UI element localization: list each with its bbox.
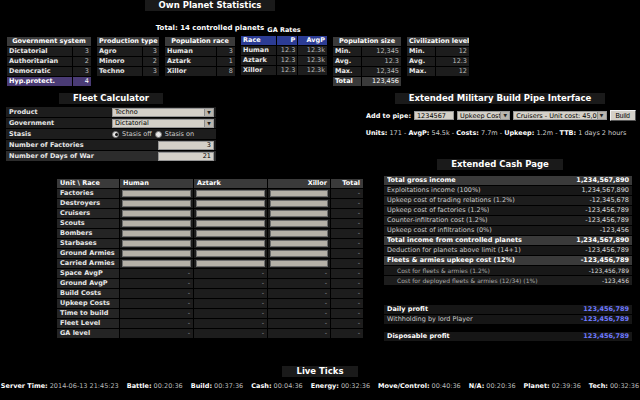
unit-label: Starbases	[57, 239, 119, 248]
pipe-quantity-input[interactable]	[414, 111, 454, 120]
result-total: -	[331, 269, 363, 278]
fleet-unit-input-human[interactable]	[122, 220, 191, 227]
row-total: -	[331, 199, 363, 208]
cash-label: Fleets & armies upkeep cost (12%)	[387, 256, 515, 265]
fleet-unit-input-xillor[interactable]	[270, 240, 328, 247]
fleet-unit-input-aztark[interactable]	[196, 210, 265, 217]
fleet-unit-row: Cruisers -	[57, 209, 363, 218]
table-row: Techno3	[97, 67, 159, 76]
cash-row: Fleets & armies upkeep cost (12%)-123,45…	[384, 256, 632, 265]
daily-profit-row: Daily profit123,456,789	[384, 305, 632, 314]
fleet-unit-input-aztark[interactable]	[196, 230, 265, 237]
pipe-unit-select[interactable]: Cruisers - Unit cost: 45,000 ▼	[513, 111, 606, 120]
tick-label: Move/Control:	[378, 382, 429, 390]
cash-page-title: Extended Cash Page	[368, 159, 632, 170]
fleet-unit-row: Ground Armies -	[57, 249, 363, 258]
population-size-table: Population size Min.12,345 Avg.12.3 Max.…	[332, 36, 402, 87]
table-row: Agro3	[97, 47, 159, 56]
chevron-down-icon: ▼	[204, 109, 213, 116]
fleet-unit-input-aztark[interactable]	[196, 260, 265, 267]
factories-row: Number of Factories	[6, 140, 216, 150]
own-planet-statistics-title: Own Planet Statistics	[0, 0, 420, 11]
input-cell	[120, 249, 193, 258]
col-aztark: Aztark	[194, 179, 267, 188]
fleet-unit-input-xillor[interactable]	[270, 190, 328, 197]
fleet-unit-input-human[interactable]	[122, 190, 191, 197]
days-of-war-input[interactable]	[158, 152, 214, 161]
tick-battle: Battle:00:20:36	[127, 382, 183, 390]
unit-label: Time to build	[57, 309, 119, 318]
gov-label: Authoritarian	[7, 57, 72, 66]
stasis-label: Stasis	[6, 130, 112, 138]
table-row: Aztark1	[165, 57, 235, 66]
fleet-unit-input-xillor[interactable]	[270, 250, 328, 257]
fleet-unit-input-xillor[interactable]	[270, 210, 328, 217]
result-aztark: -	[194, 289, 267, 298]
cash-label: Total gross income	[387, 176, 456, 185]
prod-count: 2	[143, 57, 159, 66]
fleet-unit-input-human[interactable]	[122, 260, 191, 267]
cash-label: Exploitations income (100%)	[387, 186, 481, 195]
popsize-label: Avg.	[333, 57, 361, 66]
row-total: -	[331, 209, 363, 218]
stasis-row: Stasis Stasis off Stasis on	[6, 129, 216, 139]
cash-row: Cost for deployed fleets & armies (12/34…	[384, 276, 632, 285]
table-row: Min.12	[407, 47, 469, 56]
civ-value: 12	[436, 67, 469, 76]
popsize-value: 12.3	[362, 57, 401, 66]
race-label: Human	[165, 47, 216, 56]
controlled-planets-total: Total: 14 controlled planets	[0, 24, 420, 32]
fleet-unit-input-aztark[interactable]	[196, 240, 265, 247]
result-xillor: -	[268, 329, 330, 338]
result-human: -	[120, 269, 193, 278]
fleet-unit-input-aztark[interactable]	[196, 250, 265, 257]
product-select[interactable]: Techno ▼	[112, 108, 214, 117]
result-aztark: -	[194, 319, 267, 328]
race-label: Aztark	[165, 57, 216, 66]
chevron-down-icon: ▼	[204, 120, 213, 127]
fleet-unit-input-human[interactable]	[122, 230, 191, 237]
input-cell	[194, 219, 267, 228]
col-xillor: Xillor	[268, 179, 330, 188]
ga-race: Xillor	[241, 66, 276, 75]
ttb-label: TTB:	[560, 129, 577, 137]
gov-label: Hyp.protect.	[7, 77, 72, 86]
fleet-unit-input-xillor[interactable]	[270, 220, 328, 227]
row-total: -	[331, 219, 363, 228]
population-size-header: Population size	[333, 37, 401, 46]
fleet-unit-input-human[interactable]	[122, 250, 191, 257]
pipe-mode-select[interactable]: Upkeep Costs ▼	[457, 111, 510, 120]
fleet-unit-input-aztark[interactable]	[196, 190, 265, 197]
tick-label: N/A:	[469, 382, 485, 390]
gov-count: 3	[73, 47, 91, 56]
chevron-down-icon: ▼	[500, 112, 509, 119]
fleet-unit-input-xillor[interactable]	[270, 200, 328, 207]
ga-avgp: 12.3k	[298, 46, 327, 55]
factories-control	[112, 141, 216, 150]
tick-label: Planet:	[524, 382, 550, 390]
cash-label: Upkeep cost of factories (1.2%)	[387, 206, 489, 215]
ga-col-race: Race	[241, 36, 276, 45]
stasis-off-radio[interactable]	[112, 131, 119, 138]
fleet-unit-input-human[interactable]	[122, 200, 191, 207]
fleet-table-header: Unit \ Race Human Aztark Xillor Total	[57, 179, 363, 188]
table-row: Aztark12.312.3k	[241, 56, 327, 65]
fleet-unit-input-aztark[interactable]	[196, 200, 265, 207]
factories-input[interactable]	[158, 141, 214, 150]
ga-col-p[interactable]: P	[277, 36, 297, 45]
stasis-on-radio[interactable]	[155, 131, 162, 138]
fleet-unit-input-xillor[interactable]	[270, 230, 328, 237]
table-row: Minoro2	[97, 57, 159, 66]
fleet-unit-input-aztark[interactable]	[196, 220, 265, 227]
government-select[interactable]: Dictatorial ▼	[112, 119, 214, 128]
prod-label: Techno	[97, 67, 142, 76]
ga-col-avgp[interactable]: AvgP	[298, 36, 327, 45]
fleet-unit-input-xillor[interactable]	[270, 260, 328, 267]
result-human: -	[120, 329, 193, 338]
tick-value: 2014-06-13 21:45:23	[50, 382, 119, 390]
result-aztark: -	[194, 279, 267, 288]
row-total: -	[331, 249, 363, 258]
fleet-unit-input-human[interactable]	[122, 240, 191, 247]
build-button[interactable]: Build	[610, 110, 636, 121]
fleet-unit-input-human[interactable]	[122, 210, 191, 217]
